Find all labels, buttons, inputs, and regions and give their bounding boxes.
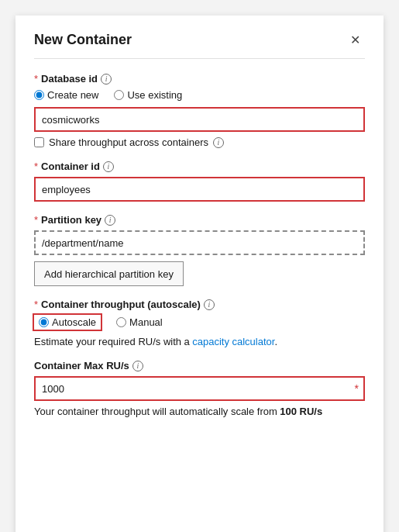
container-id-section: * Container id i xyxy=(34,161,365,202)
partition-key-section: * Partition key i Add hierarchical parti… xyxy=(34,214,365,286)
bottom-text-start: Your container throughput will automatic… xyxy=(34,406,277,417)
share-throughput-checkbox[interactable] xyxy=(34,137,44,147)
database-id-label: Database id xyxy=(41,73,98,85)
max-ru-section: Container Max RU/s i * Your container th… xyxy=(34,360,365,417)
database-id-radio-row: Create new Use existing xyxy=(34,89,365,101)
create-new-radio[interactable] xyxy=(34,90,44,100)
partition-key-label: Partition key xyxy=(41,214,101,226)
estimate-text-end: . xyxy=(274,336,277,347)
autoscale-radio[interactable] xyxy=(39,317,49,327)
container-id-required-star: * xyxy=(34,161,38,172)
database-id-label-row: * Database id i xyxy=(34,73,365,85)
share-throughput-info-icon[interactable]: i xyxy=(213,137,224,148)
throughput-section: * Container throughput (autoscale) i Aut… xyxy=(34,299,365,347)
manual-radio-label[interactable]: Manual xyxy=(116,316,163,328)
throughput-radio-row: Autoscale Manual xyxy=(34,315,365,330)
database-id-input[interactable] xyxy=(34,107,365,132)
autoscale-radio-label[interactable]: Autoscale xyxy=(34,315,101,330)
new-container-dialog: New Container ✕ * Database id i Create n… xyxy=(15,16,384,532)
bottom-text: Your container throughput will automatic… xyxy=(34,406,365,417)
share-throughput-label[interactable]: Share throughput across containers xyxy=(49,136,208,148)
manual-radio[interactable] xyxy=(116,317,126,327)
max-ru-info-icon[interactable]: i xyxy=(132,361,143,371)
database-id-required-star: * xyxy=(34,73,38,85)
throughput-info-icon[interactable]: i xyxy=(204,299,215,310)
partition-key-info-icon[interactable]: i xyxy=(105,215,115,226)
throughput-label-row: * Container throughput (autoscale) i xyxy=(34,299,365,310)
dialog-header: New Container ✕ xyxy=(34,31,365,59)
max-ru-input[interactable] xyxy=(34,376,365,401)
max-ru-input-wrapper: * xyxy=(34,376,365,401)
max-ru-label: Container Max RU/s xyxy=(34,360,129,371)
close-button[interactable]: ✕ xyxy=(346,31,365,49)
capacity-calculator-link[interactable]: capacity calculator xyxy=(192,336,274,347)
container-id-label-row: * Container id i xyxy=(34,161,365,172)
max-ru-required-star: * xyxy=(355,382,359,395)
partition-key-required-star: * xyxy=(34,214,38,226)
container-id-info-icon[interactable]: i xyxy=(103,161,114,172)
database-id-section: * Database id i Create new Use existing … xyxy=(34,73,365,148)
use-existing-radio[interactable] xyxy=(114,90,124,100)
container-id-input[interactable] xyxy=(34,177,365,202)
max-ru-label-row: Container Max RU/s i xyxy=(34,360,365,371)
share-throughput-row: Share throughput across containers i xyxy=(34,136,365,148)
create-new-label: Create new xyxy=(47,89,98,101)
estimate-text-start: Estimate your required RU/s with a xyxy=(34,336,190,347)
partition-key-label-row: * Partition key i xyxy=(34,214,365,226)
use-existing-radio-label[interactable]: Use existing xyxy=(114,89,182,101)
container-id-label: Container id xyxy=(41,161,100,172)
throughput-required-star: * xyxy=(34,299,38,310)
autoscale-label: Autoscale xyxy=(52,316,96,328)
use-existing-label: Use existing xyxy=(127,89,182,101)
create-new-radio-label[interactable]: Create new xyxy=(34,89,98,101)
partition-key-input[interactable] xyxy=(34,230,365,255)
database-id-info-icon[interactable]: i xyxy=(101,74,112,85)
dialog-title: New Container xyxy=(34,32,132,48)
add-hierarchical-partition-key-button[interactable]: Add hierarchical partition key xyxy=(34,261,184,286)
estimate-text: Estimate your required RU/s with a capac… xyxy=(34,336,365,347)
throughput-label: Container throughput (autoscale) xyxy=(41,299,201,310)
manual-label: Manual xyxy=(129,316,163,328)
bottom-text-bold: 100 RU/s xyxy=(280,406,322,417)
